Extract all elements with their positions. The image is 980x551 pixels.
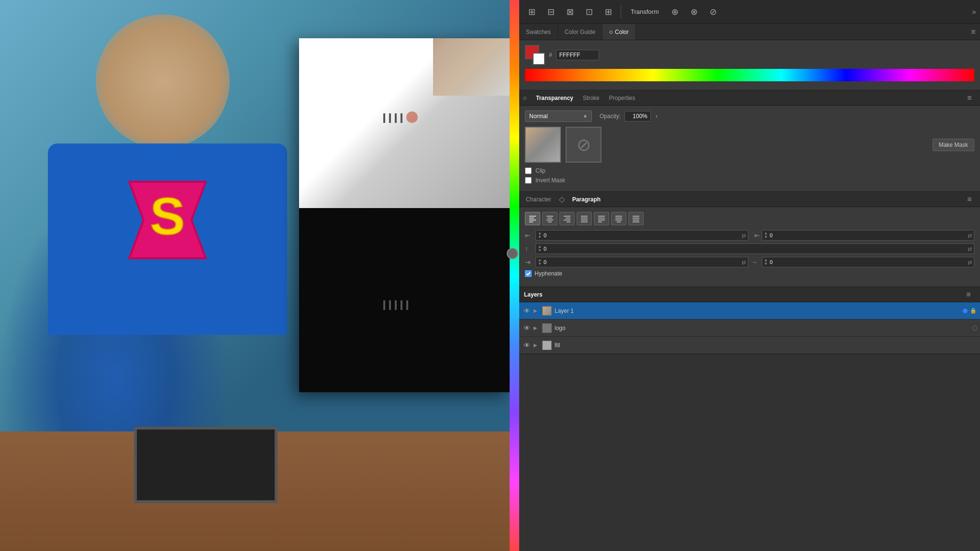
layers-panel-menu[interactable]: ≡: [962, 287, 975, 302]
layer-1-visibility[interactable]: 👁: [522, 306, 532, 316]
hyphenate-checkbox[interactable]: [525, 270, 532, 277]
svg-rect-13: [581, 218, 588, 219]
logo-layer-expand[interactable]: ▶: [532, 324, 539, 332]
first-line-indent-arrows[interactable]: ▲ ▼: [538, 258, 542, 266]
book-preview: [299, 38, 510, 392]
align-right-btn[interactable]: [559, 212, 575, 225]
color-hex-input[interactable]: [556, 50, 599, 60]
color-panel-menu[interactable]: ≡: [967, 24, 980, 40]
indent-right-down-arrow[interactable]: ▼: [764, 235, 768, 239]
indent-right-arrows[interactable]: ▲ ▼: [764, 231, 768, 239]
toolbar-icon-2[interactable]: ⊟: [542, 3, 559, 21]
make-mask-button[interactable]: Make Mask: [933, 139, 974, 151]
panel-collapse-btn[interactable]: »: [972, 8, 976, 16]
toolbar-icon-5[interactable]: ⊗: [686, 3, 703, 21]
color-tab[interactable]: ◇ Color: [602, 24, 636, 40]
toolbar-icon-align-center[interactable]: ⊡: [580, 3, 598, 21]
tick-1: [383, 113, 385, 123]
color-spectrum[interactable]: [525, 69, 974, 81]
toolbar-icon-6[interactable]: ⊘: [705, 3, 722, 21]
invert-mask-checkbox[interactable]: [525, 177, 532, 184]
layers-panel: Layers ≡ 👁 ▶ Layer 1 🔒 👁 ▶: [519, 287, 980, 354]
layer-row-1[interactable]: 👁 ▶ Layer 1 🔒: [519, 302, 980, 320]
paragraph-panel-menu[interactable]: ≡: [963, 192, 976, 207]
svg-text:S: S: [150, 187, 185, 245]
fill-layer-visibility[interactable]: 👁: [522, 341, 532, 350]
svg-rect-15: [581, 221, 588, 222]
space-before-arrows[interactable]: ▲ ▼: [538, 245, 542, 253]
transform-button[interactable]: Transform: [625, 6, 665, 17]
first-line-indent-field: ⇥ ▲ ▼ 0 pt: [525, 257, 748, 267]
indent-left-input-wrap: ▲ ▼ 0 pt: [535, 230, 748, 241]
svg-rect-3: [529, 221, 533, 222]
align-justify-btn[interactable]: [577, 212, 592, 225]
superman-shirt: S: [48, 143, 287, 335]
stroke-tab[interactable]: Stroke: [581, 94, 601, 102]
mask-thumbnail-placeholder[interactable]: ⊘: [566, 127, 601, 163]
tick-3: [395, 113, 397, 123]
invert-mask-row: Invert Mask: [525, 177, 974, 184]
paragraph-tab[interactable]: Paragraph: [569, 195, 603, 204]
character-tab[interactable]: Character: [523, 195, 554, 204]
toolbar-icon-align-left[interactable]: ⊠: [561, 3, 579, 21]
opacity-input[interactable]: [624, 111, 651, 121]
align-left-icon: [529, 215, 536, 222]
indent-left-arrows[interactable]: ▲ ▼: [538, 231, 542, 239]
fill-layer-expand[interactable]: ▶: [532, 342, 539, 349]
first-line-down-arrow[interactable]: ▼: [538, 262, 542, 266]
space-before-unit: pt: [968, 246, 972, 252]
toolbar-icon-1[interactable]: ⊞: [523, 3, 540, 21]
spacing-grid-2: ⇥ ▲ ▼ 0 pt → ▲: [525, 257, 974, 267]
align-center-btn[interactable]: [542, 212, 557, 225]
swatches-tab[interactable]: Swatches: [519, 24, 558, 40]
toolbar-icon-align-right[interactable]: ⊞: [600, 3, 617, 21]
indent-left-down-arrow[interactable]: ▼: [538, 235, 542, 239]
svg-rect-23: [617, 221, 621, 222]
transparency-panel-menu[interactable]: ≡: [963, 90, 976, 105]
space-before-value: 0: [544, 246, 968, 252]
color-guide-tab[interactable]: Color Guide: [558, 24, 602, 40]
transparency-tab[interactable]: Transparency: [534, 94, 575, 102]
layers-list: 👁 ▶ Layer 1 🔒 👁 ▶ logo: [519, 302, 980, 354]
align-justify-last-left-btn[interactable]: [594, 212, 609, 225]
tick-marks-bottom: [383, 300, 408, 310]
space-after-down-arrow[interactable]: ▼: [764, 262, 768, 266]
clip-row: Clip: [525, 167, 974, 174]
blend-mode-arrow: ▼: [583, 114, 588, 119]
layer-row-fill[interactable]: 👁 ▶ fill: [519, 337, 980, 354]
background-color[interactable]: [533, 53, 545, 65]
layer-thumbnail[interactable]: [525, 127, 561, 163]
layer-1-lock-icon[interactable]: 🔒: [969, 307, 977, 315]
space-before-down-arrow[interactable]: ▼: [538, 249, 542, 253]
toolbar-icon-transform[interactable]: ⊕: [667, 3, 684, 21]
book-bottom-half: [299, 208, 510, 392]
svg-rect-7: [548, 221, 552, 222]
swatches-tab-label: Swatches: [526, 29, 551, 35]
color-hash: #: [549, 52, 552, 58]
blend-mode-select[interactable]: Normal ▼: [525, 110, 592, 122]
clip-label: Clip: [535, 167, 546, 174]
svg-rect-5: [547, 218, 552, 219]
properties-tab[interactable]: Properties: [607, 94, 637, 102]
layer-row-logo[interactable]: 👁 ▶ logo: [519, 320, 980, 337]
svg-rect-26: [633, 220, 639, 220]
clip-checkbox[interactable]: [525, 167, 532, 174]
space-after-arrows[interactable]: ▲ ▼: [764, 258, 768, 266]
stroke-tab-label: Stroke: [583, 95, 600, 101]
color-tab-label: Color: [615, 29, 629, 35]
layer-1-expand[interactable]: ▶: [532, 307, 539, 315]
mask-thumbnail-row: ⊘ Make Mask: [525, 127, 974, 163]
indent-right-field: ⇥ ▲ ▼ 0 pt: [751, 230, 975, 241]
first-line-indent-unit: pt: [742, 260, 746, 265]
opacity-expand-arrow[interactable]: ›: [656, 113, 657, 120]
logo-layer-visibility[interactable]: 👁: [522, 323, 532, 333]
space-after-field: → ▲ ▼ 0 pt: [751, 257, 975, 267]
character-tab-label: Character: [526, 196, 551, 203]
svg-rect-4: [546, 216, 553, 217]
align-justify-last-center-btn[interactable]: [611, 212, 626, 225]
align-left-btn[interactable]: [525, 212, 540, 225]
align-justify-last-center-icon: [615, 215, 623, 222]
transparency-tab-label: Transparency: [536, 95, 573, 101]
layer-1-color-dot: [963, 309, 968, 313]
align-justify-all-btn[interactable]: [628, 212, 644, 225]
